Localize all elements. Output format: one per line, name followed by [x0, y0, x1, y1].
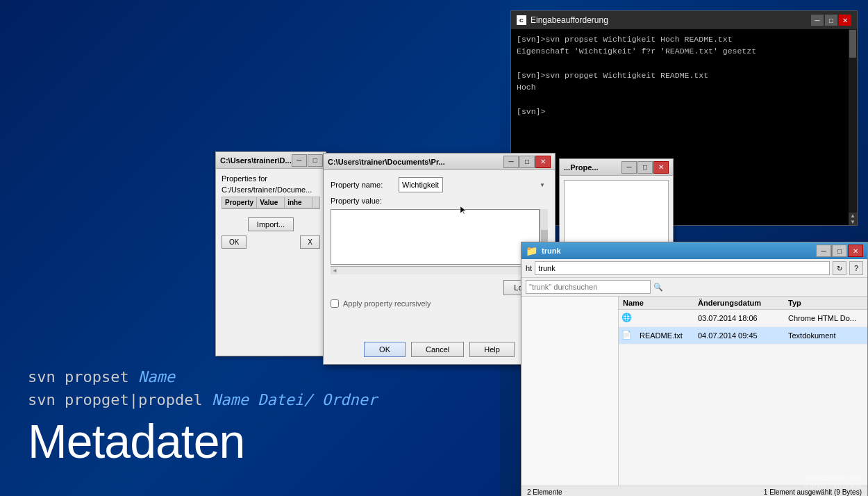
svn-props-right-title: ...Prope...: [564, 163, 599, 172]
property-value-textarea[interactable]: [331, 209, 540, 265]
trunk-title: trunk: [542, 247, 561, 255]
svn-props-right-minimize[interactable]: ─: [621, 161, 637, 174]
cmd-scrollbar-thumb: [849, 30, 856, 58]
props-bottom-buttons: OK X: [222, 235, 320, 249]
trunk-titlebar-left: 📁 trunk: [526, 245, 561, 256]
col-inherited: inhe: [285, 197, 312, 208]
svn-props-small-window: C:\Users\trainer\D... ─ □ ✕ Properties f…: [215, 151, 326, 356]
property-value-label: Property value:: [331, 197, 393, 205]
col-name-header: Name: [619, 299, 694, 307]
trunk-close-button[interactable]: ✕: [848, 245, 863, 257]
props-table-header: Property Value inhe: [222, 197, 320, 208]
svn-props-right-maximize[interactable]: □: [637, 161, 653, 174]
help-button[interactable]: Help: [469, 342, 515, 357]
trunk-window: 📁 trunk ─ □ ✕ ht ↻ ? 🔍 Name Änderungsdat…: [521, 242, 868, 496]
property-value-label-row: Property value:: [331, 197, 548, 205]
help-label: ht: [526, 264, 532, 272]
file-type-2: Textdokument: [784, 331, 867, 340]
trunk-controls[interactable]: ─ □ ✕: [816, 245, 863, 257]
trunk-file-list: Name Änderungsdatum Typ 🌐 03.07.2014 18:…: [619, 297, 867, 486]
cmd-output: [svn]>svn propset Wichtigkeit Hoch READM…: [517, 33, 851, 117]
col-value: Value: [257, 197, 285, 208]
ok-button[interactable]: OK: [364, 342, 406, 357]
svn-props-right-controls[interactable]: ─ □ ✕: [621, 161, 669, 174]
cmd-title: Eingabeaufforderung: [531, 15, 608, 25]
ok-small-button[interactable]: OK: [222, 235, 247, 249]
svn-dialog-minimize[interactable]: ─: [503, 156, 519, 168]
path-wrapper: [535, 261, 830, 275]
property-value-area: ◄ ►: [331, 209, 548, 274]
cancel-small-button[interactable]: X: [300, 235, 320, 249]
refresh-button[interactable]: ↻: [833, 261, 846, 275]
trunk-search-bar: 🔍: [521, 278, 867, 297]
col-type-header: Typ: [784, 299, 867, 307]
watermark-line2: a lynda.com brand: [804, 481, 861, 489]
watermark: video2brain.com a lynda.com brand: [804, 473, 861, 489]
slide-title: Metadaten: [28, 414, 500, 468]
selected-info: 1 Element ausgewählt (9 Bytes): [764, 488, 862, 496]
import-button[interactable]: Import...: [248, 217, 294, 231]
col-property: Property: [222, 197, 257, 208]
element-count: 2 Elemente: [527, 488, 562, 496]
svn-props-right-close[interactable]: ✕: [653, 161, 669, 174]
property-name-row: Property name: Wichtigkeit ▼: [331, 177, 548, 192]
cmd-controls[interactable]: ─ □ ✕: [811, 15, 851, 26]
file-row[interactable]: 🌐 03.07.2014 18:06 Chrome HTML Do...: [619, 310, 867, 327]
file-table-body: 🌐 03.07.2014 18:06 Chrome HTML Do... 📄 R…: [619, 310, 867, 486]
file-name-2: README.txt: [635, 331, 694, 340]
cmd-minimize-button[interactable]: ─: [811, 15, 824, 26]
cmd-maximize-button[interactable]: □: [825, 15, 837, 26]
props-table-body: [222, 208, 320, 209]
file-date-2: 04.07.2014 09:45: [694, 331, 784, 340]
help-icon-button[interactable]: ?: [849, 261, 863, 275]
trunk-maximize-button[interactable]: □: [832, 245, 847, 257]
trunk-minimize-button[interactable]: ─: [816, 245, 831, 257]
select-arrow-icon: ▼: [540, 182, 545, 188]
file-table-header: Name Änderungsdatum Typ: [619, 297, 867, 310]
trunk-toolbar: ht ↻ ?: [521, 259, 867, 278]
code-line-1: svn propset Name: [28, 368, 500, 386]
svn-props-small-minimize[interactable]: ─: [292, 154, 307, 167]
cancel-button[interactable]: Cancel: [411, 342, 464, 357]
property-name-label: Property name:: [331, 181, 393, 189]
textarea-hscrollbar[interactable]: ◄ ►: [331, 266, 548, 274]
svn-dialog-close[interactable]: ✕: [535, 156, 551, 168]
property-name-select[interactable]: Wichtigkeit: [399, 177, 443, 192]
search-icon: 🔍: [653, 283, 663, 292]
apply-recursive-label: Apply property recursively: [343, 299, 431, 308]
svn-props-small-titlebar: C:\Users\trainer\D... ─ □ ✕: [216, 152, 326, 169]
code-line-2: svn propget|propdel Name Datei/ Ordner: [28, 391, 500, 408]
file-date-1: 03.07.2014 18:06: [694, 314, 784, 322]
file-icon-1: 🌐: [621, 313, 633, 324]
cmd-icon: C: [517, 15, 526, 25]
svn-dialog-controls[interactable]: ─ □ ✕: [503, 156, 551, 168]
cmd-scroll-arrows: ▲ ▼: [849, 213, 857, 225]
file-row-selected[interactable]: 📄 README.txt 04.07.2014 09:45 Textdokume…: [619, 327, 867, 345]
apply-recursive-checkbox[interactable]: [331, 299, 339, 308]
cmd-titlebar: C Eingabeaufforderung ─ □ ✕: [511, 11, 857, 29]
svn-dialog-maximize[interactable]: □: [519, 156, 535, 168]
svn-props-small-body: Properties for C:/Users/trainer/Docume..…: [216, 169, 326, 254]
trunk-sidebar: [521, 297, 619, 486]
col-date-header: Änderungsdatum: [694, 299, 784, 307]
search-input[interactable]: [526, 280, 651, 294]
svn-props-small-maximize[interactable]: □: [308, 154, 323, 167]
trunk-titlebar: 📁 trunk ─ □ ✕: [521, 242, 867, 259]
file-type-1: Chrome HTML Do...: [784, 314, 867, 322]
svn-props-small-title: C:\Users\trainer\D...: [220, 156, 292, 165]
props-path: C:/Users/trainer/Docume...: [222, 185, 320, 194]
file-icon-2: 📄: [621, 330, 633, 341]
apply-recursive-row: Apply property recursively: [331, 299, 548, 308]
folder-icon: 📁: [526, 245, 537, 256]
svn-props-right-titlebar: ...Prope... ─ □ ✕: [560, 159, 673, 176]
path-input[interactable]: [535, 261, 830, 275]
mouse-cursor: [460, 205, 466, 213]
property-name-select-wrapper[interactable]: Wichtigkeit ▼: [399, 177, 548, 192]
svn-dialog-titlebar: C:\Users\trainer\Documents\Pr... ─ □ ✕: [324, 154, 555, 170]
cmd-scrollbar[interactable]: [849, 29, 857, 225]
watermark-line1: video2brain.com: [804, 473, 860, 481]
cmd-close-button[interactable]: ✕: [839, 15, 851, 26]
props-for-label: Properties for: [222, 174, 320, 183]
cmd-titlebar-left: C Eingabeaufforderung: [517, 15, 608, 25]
trunk-main: Name Änderungsdatum Typ 🌐 03.07.2014 18:…: [521, 297, 867, 486]
